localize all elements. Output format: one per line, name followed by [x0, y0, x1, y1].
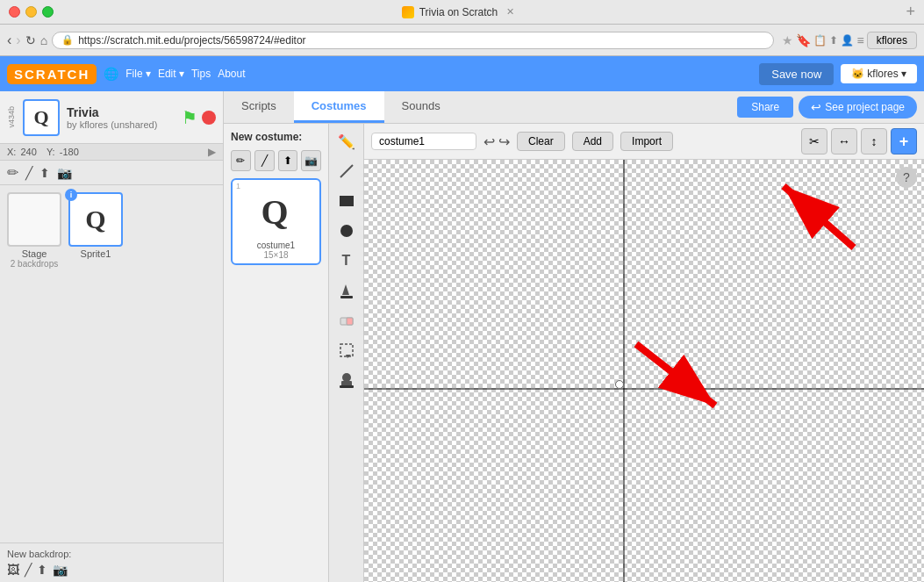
svg-rect-6: [340, 344, 353, 356]
y-val: -180: [60, 147, 79, 157]
sprite1-item[interactable]: i Q Sprite1: [68, 192, 123, 269]
user-profile-btn[interactable]: 🐱 kflores ▾: [841, 64, 917, 83]
user-account-btn[interactable]: kflores: [867, 32, 917, 49]
camera-icon[interactable]: 📷: [57, 166, 72, 180]
tab-scripts[interactable]: Scripts: [224, 91, 294, 123]
home-button[interactable]: ⌂: [40, 33, 47, 47]
backdrop-upload-icon[interactable]: ⬆: [37, 563, 47, 577]
drawing-canvas[interactable]: ?: [364, 160, 924, 582]
red-arrow-center: [627, 335, 733, 426]
sprite1-label: Sprite1: [81, 248, 111, 259]
info-badge: i: [65, 189, 77, 201]
line-tool[interactable]: [333, 157, 361, 185]
costume-preview: Q: [236, 183, 313, 241]
text-tool[interactable]: T: [333, 247, 361, 275]
about-btn[interactable]: About: [218, 68, 245, 80]
user-btn[interactable]: 👤: [841, 32, 854, 49]
backdrop-paint-icon[interactable]: 🖼: [7, 563, 19, 577]
x-val: 240: [20, 147, 36, 157]
title-bar: Trivia on Scratch ✕ +: [0, 0, 924, 25]
stamp-tool[interactable]: [333, 366, 361, 394]
undo-btn[interactable]: ↩: [483, 133, 495, 150]
rect-tool[interactable]: [333, 187, 361, 215]
share-browser-icon[interactable]: ⬆: [829, 32, 838, 49]
line-tool-icon[interactable]: ╱: [25, 166, 32, 180]
share-button[interactable]: Share: [737, 97, 793, 118]
sprite-version-label: v434b: [7, 106, 16, 128]
tips-btn[interactable]: Tips: [191, 68, 211, 80]
menu-icon[interactable]: ≡: [856, 32, 863, 49]
add-button[interactable]: Add: [572, 132, 613, 151]
costume-name-input[interactable]: [371, 133, 476, 150]
back-button[interactable]: ‹: [7, 32, 11, 48]
svg-line-0: [340, 165, 353, 177]
costume-upload-btn[interactable]: ⬆: [278, 150, 298, 171]
costume-number: 1: [236, 182, 240, 190]
left-panel: v434b Q Trivia by kflores (unshared) ⚑ X…: [0, 91, 224, 582]
bookmark-icon[interactable]: 🔖: [796, 32, 811, 49]
svg-rect-9: [340, 385, 354, 388]
circle-tool[interactable]: [333, 217, 361, 245]
editor-panel: Scripts Costumes Sounds Share ↩ See proj…: [224, 91, 924, 582]
edit-menu-btn[interactable]: Edit ▾: [158, 68, 184, 80]
tab-close-icon[interactable]: ✕: [506, 6, 514, 18]
costume-paint-btn[interactable]: ✏: [231, 150, 251, 171]
costume-camera-btn[interactable]: 📷: [301, 150, 321, 171]
select-tool[interactable]: [333, 336, 361, 364]
import-button[interactable]: Import: [620, 132, 673, 151]
redo-btn[interactable]: ↪: [498, 133, 510, 150]
svg-rect-1: [340, 196, 354, 206]
canvas-area: ↩ ↪ Clear Add Import ✂ ↔ ↕ +: [364, 124, 924, 582]
forward-button[interactable]: ›: [16, 32, 20, 48]
svg-rect-5: [347, 318, 353, 325]
sprites-area: Stage 2 backdrops i Q Sprite1: [0, 185, 223, 542]
expand-arrow-icon[interactable]: ▶: [208, 146, 216, 158]
flip-v-btn[interactable]: ↕: [861, 128, 887, 154]
stage-sprite-item[interactable]: Stage 2 backdrops: [7, 192, 61, 269]
backdrop-line-icon[interactable]: ╱: [25, 563, 32, 577]
flip-h-btn[interactable]: ↔: [831, 128, 857, 154]
sprite-tools-row: ✏ ╱ ⬆ 📷: [0, 161, 223, 185]
clear-button[interactable]: Clear: [517, 132, 565, 151]
see-project-button[interactable]: ↩ See project page: [799, 96, 917, 119]
scratch-header: SCRATCH 🌐 File ▾ Edit ▾ Tips About Save …: [0, 56, 924, 91]
costume-tools-row: ✏ ╱ ⬆ 📷: [231, 150, 321, 171]
readinglist-icon[interactable]: 📋: [813, 32, 827, 49]
undo-redo-group: ↩ ↪: [483, 133, 510, 150]
costume-item[interactable]: 1 Q costume1 15×18: [231, 178, 321, 265]
crop-btn[interactable]: ✂: [801, 128, 827, 154]
editor-tabs: Scripts Costumes Sounds Share ↩ See proj…: [224, 91, 924, 124]
arrow-circle-icon: ↩: [811, 100, 821, 114]
eraser-tool[interactable]: [333, 306, 361, 334]
traffic-light-green[interactable]: [42, 6, 54, 18]
upload-icon[interactable]: ⬆: [39, 166, 50, 180]
traffic-light-yellow[interactable]: [25, 6, 37, 18]
new-tab-btn[interactable]: +: [906, 3, 915, 21]
tab-sounds[interactable]: Sounds: [384, 91, 458, 123]
green-flag-btn[interactable]: ⚑: [182, 107, 197, 128]
backdrop-camera-icon[interactable]: 📷: [53, 563, 68, 577]
tab-costumes[interactable]: Costumes: [294, 91, 384, 123]
star-icon[interactable]: ★: [782, 32, 793, 49]
y-label: Y:: [47, 147, 55, 157]
costume-line-btn[interactable]: ╱: [254, 150, 275, 171]
add-canvas-btn[interactable]: +: [891, 128, 917, 154]
address-bar[interactable]: 🔒 https://scratch.mit.edu/projects/56598…: [52, 32, 774, 49]
file-menu-btn[interactable]: File ▾: [125, 68, 151, 80]
costume-name-label: costume1: [236, 241, 316, 250]
globe-btn[interactable]: 🌐: [104, 67, 118, 81]
fill-tool[interactable]: [333, 277, 361, 305]
save-now-button[interactable]: Save now: [759, 63, 834, 85]
pencil-tool[interactable]: ✏️: [333, 127, 361, 155]
paint-tool-icon[interactable]: ✏: [7, 164, 18, 181]
coords-bar: X: 240 Y: -180 ▶: [0, 144, 223, 161]
help-button[interactable]: ?: [896, 167, 917, 188]
stop-btn[interactable]: [202, 111, 216, 125]
refresh-button[interactable]: ↻: [25, 33, 36, 47]
traffic-light-red[interactable]: [9, 6, 20, 18]
costume-editor: New costume: ✏ ╱ ⬆ 📷 1 Q costume1 15×18: [224, 124, 924, 582]
sprite-sub: by kflores (unshared): [67, 119, 175, 130]
svg-line-11: [784, 186, 854, 248]
costume-list: New costume: ✏ ╱ ⬆ 📷 1 Q costume1 15×18: [224, 124, 329, 582]
tab-title: Trivia on Scratch: [419, 6, 498, 18]
